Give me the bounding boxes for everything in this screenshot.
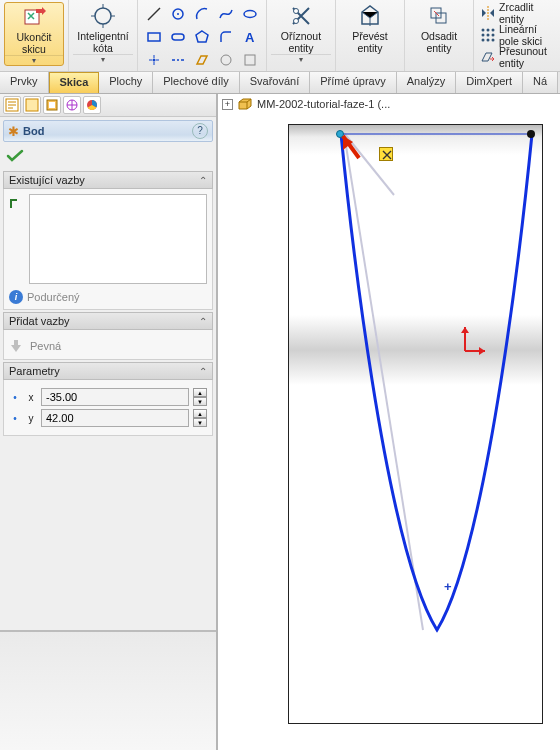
tab-dimxpert[interactable]: DimXpert xyxy=(456,72,523,93)
linear-pattern-button[interactable]: Lineární pole skici xyxy=(480,24,554,46)
endpoint[interactable] xyxy=(527,130,535,138)
svg-point-24 xyxy=(492,39,495,42)
feature-tree-flyout[interactable]: + MM-2002-tutorial-faze-1 (... xyxy=(218,94,560,114)
mirror-icon xyxy=(480,5,496,21)
point-icon: ✱ xyxy=(8,124,19,139)
dropdown-indicator[interactable]: ▾ xyxy=(271,54,331,64)
feature-title-bar: ✱ Bod ? xyxy=(3,120,213,142)
help-button[interactable]: ? xyxy=(192,123,208,139)
offset-icon xyxy=(427,4,451,28)
graphics-area[interactable]: + MM-2002-tutorial-faze-1 (... xyxy=(218,94,560,750)
svg-text:A: A xyxy=(245,30,255,45)
tab-svarovani[interactable]: Svařování xyxy=(240,72,311,93)
svg-rect-6 xyxy=(172,34,184,40)
offset-entities-button[interactable]: Odsaditentity xyxy=(409,2,469,54)
dimxpert-manager-tab[interactable] xyxy=(63,96,81,114)
section-header-add[interactable]: Přidat vazby ⌃ xyxy=(3,312,213,330)
spin-up[interactable]: ▲ xyxy=(193,388,207,397)
move-label: Přesunout entity xyxy=(499,45,554,69)
move-entities-button[interactable]: Přesunout entity xyxy=(480,46,554,68)
circle-tool[interactable] xyxy=(168,4,188,24)
model-viewport[interactable]: + xyxy=(288,124,543,724)
spin-down[interactable]: ▼ xyxy=(193,397,207,406)
section-header-relations[interactable]: Existující vazby ⌃ xyxy=(3,171,213,189)
collapse-icon: ⌃ xyxy=(199,316,207,327)
text-tool[interactable]: A xyxy=(240,27,260,47)
spin-down[interactable]: ▼ xyxy=(193,418,207,427)
fillet-tool[interactable] xyxy=(216,27,236,47)
centerline-tool[interactable] xyxy=(168,50,188,70)
param-x-spinner[interactable]: ▲▼ xyxy=(193,388,207,406)
param-y-spinner[interactable]: ▲▼ xyxy=(193,409,207,427)
svg-point-10 xyxy=(221,55,231,65)
tab-prvky[interactable]: Prvky xyxy=(0,72,49,93)
ok-button[interactable] xyxy=(0,145,216,169)
sketch-tool-grid: A xyxy=(142,2,262,72)
feature-title: Bod xyxy=(23,125,192,137)
property-manager-panel: ✱ Bod ? Existující vazby ⌃ i Podurčený xyxy=(0,94,218,750)
misc-tool-1[interactable] xyxy=(216,50,236,70)
feature-manager-tab[interactable] xyxy=(3,96,21,114)
section-header-params[interactable]: Parametry ⌃ xyxy=(3,362,213,380)
svg-rect-5 xyxy=(148,33,160,41)
param-y-input[interactable] xyxy=(41,409,189,427)
exit-sketch-label: Ukončitskicu xyxy=(16,31,51,55)
line-tool[interactable] xyxy=(144,4,164,24)
sketch-origin[interactable] xyxy=(459,323,489,357)
svg-rect-28 xyxy=(49,102,55,108)
svg-rect-11 xyxy=(245,55,255,65)
tab-skica[interactable]: Skica xyxy=(49,72,100,93)
svg-point-4 xyxy=(244,11,256,18)
arc-tool[interactable] xyxy=(192,4,212,24)
ribbon-group-dim: Inteligentníkóta ▾ xyxy=(69,0,138,71)
param-y-row: • y ▲▼ xyxy=(9,409,207,427)
collapse-icon: ⌃ xyxy=(199,175,207,186)
spline-tool[interactable] xyxy=(216,4,236,24)
convert-icon xyxy=(358,4,382,28)
offset-label: Odsaditentity xyxy=(421,30,457,54)
relation-tag-coincident[interactable] xyxy=(379,147,393,161)
dropdown-indicator[interactable]: ▾ xyxy=(5,55,63,65)
smart-dimension-button[interactable]: Inteligentníkóta ▾ xyxy=(73,2,133,64)
mirror-entities-button[interactable]: Zrcadlit entity xyxy=(480,2,554,24)
add-fixed-relation-button[interactable]: Pevná xyxy=(9,335,207,354)
svg-point-12 xyxy=(294,9,299,14)
section-parameters: Parametry ⌃ • x ▲▼ • y ▲▼ xyxy=(3,362,213,436)
plane-tool[interactable] xyxy=(192,50,212,70)
svg-point-20 xyxy=(487,34,490,37)
dropdown-indicator[interactable]: ▾ xyxy=(73,54,133,64)
relations-listbox[interactable] xyxy=(29,194,207,284)
tab-plochy[interactable]: Plochy xyxy=(99,72,153,93)
exit-sketch-button[interactable]: Ukončitskicu ▾ xyxy=(4,2,64,66)
work-area: ✱ Bod ? Existující vazby ⌃ i Podurčený xyxy=(0,94,560,750)
section-title-params: Parametry xyxy=(9,365,199,377)
spin-up[interactable]: ▲ xyxy=(193,409,207,418)
center-marker: + xyxy=(444,579,452,594)
configuration-manager-tab[interactable] xyxy=(43,96,61,114)
convert-entities-button[interactable]: Převéstentity xyxy=(340,2,400,54)
ribbon-group-convert: Převéstentity xyxy=(336,0,405,71)
param-x-row: • x ▲▼ xyxy=(9,388,207,406)
point-tool[interactable] xyxy=(144,50,164,70)
param-x-input[interactable] xyxy=(41,388,189,406)
tab-analyzy[interactable]: Analýzy xyxy=(397,72,457,93)
tab-plechove-dily[interactable]: Plechové díly xyxy=(153,72,239,93)
ribbon-group-modify: Zrcadlit entity Lineární pole skici Přes… xyxy=(474,0,560,71)
polygon-tool[interactable] xyxy=(192,27,212,47)
svg-point-19 xyxy=(482,34,485,37)
expand-tree-button[interactable]: + xyxy=(222,99,233,110)
info-icon: i xyxy=(9,290,23,304)
property-manager-tab[interactable] xyxy=(23,96,41,114)
slot-tool[interactable] xyxy=(168,27,188,47)
rectangle-tool[interactable] xyxy=(144,27,164,47)
tab-prime-upravy[interactable]: Přímé úpravy xyxy=(310,72,396,93)
param-x-bullet: • xyxy=(9,392,21,403)
move-icon xyxy=(480,49,496,65)
tab-overflow[interactable]: Ná xyxy=(523,72,558,93)
panel-splitter[interactable] xyxy=(0,630,216,750)
trim-entities-button[interactable]: Oříznoutentity ▾ xyxy=(271,2,331,64)
display-manager-tab[interactable] xyxy=(83,96,101,114)
ellipse-tool[interactable] xyxy=(240,4,260,24)
command-tabs: Prvky Skica Plochy Plechové díly Svařová… xyxy=(0,72,560,94)
misc-tool-2[interactable] xyxy=(240,50,260,70)
